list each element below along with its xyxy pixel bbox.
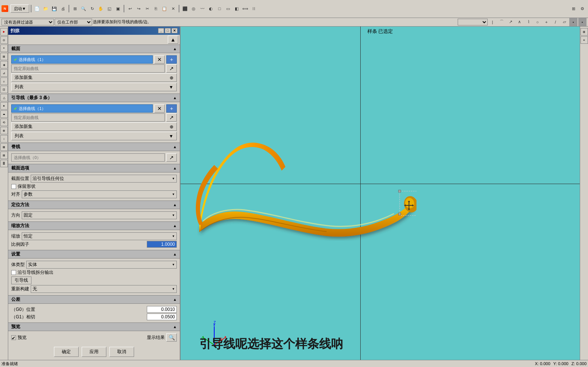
left-tool16[interactable]: ⊞ — [0, 152, 8, 159]
tolerance-section-header[interactable]: 公差 ▲ — [8, 295, 180, 304]
guide-select-btn[interactable]: ✔ 选择曲线（1） — [11, 104, 153, 113]
section-options-header[interactable]: 截面选项 ▲ — [8, 164, 180, 172]
rotate-icon[interactable]: ↻ — [88, 4, 96, 13]
curve-tool6[interactable]: ○ — [533, 18, 542, 26]
left-tool11[interactable]: ⏶ — [0, 110, 8, 118]
blend-icon[interactable]: ◐ — [207, 4, 215, 13]
left-tool3[interactable]: ⌖ — [0, 45, 8, 52]
guide-list-btn[interactable]: 列表 ▼ — [11, 132, 177, 140]
cancel-btn[interactable]: 取消 — [109, 347, 134, 357]
offset-icon[interactable]: ▭ — [224, 4, 232, 13]
scale-dropdown[interactable]: 恒定 ▼ — [22, 232, 177, 240]
curve-tool4[interactable]: ∧ — [515, 18, 524, 26]
mirror-icon[interactable]: ⟺ — [241, 4, 249, 13]
g0-input[interactable] — [147, 306, 177, 313]
left-tool17[interactable]: ≣ — [0, 160, 8, 167]
section-position-dropdown[interactable]: 沿引导线任何位 ▼ — [31, 175, 177, 183]
preview-section-header[interactable]: 预览 ▲ — [8, 322, 180, 331]
left-tool9[interactable]: △ — [0, 94, 8, 101]
settings-icon[interactable]: ⚙ — [578, 4, 587, 13]
curve-tool8[interactable]: / — [551, 18, 560, 26]
viewport[interactable]: 样条 已选定 — [181, 27, 580, 360]
guide-add-btn[interactable]: + — [166, 104, 177, 113]
spine-section-header[interactable]: 脊线 ▲ — [8, 143, 180, 151]
add-new-set-btn[interactable]: 添加新集 ⊕ — [11, 73, 177, 82]
paste-icon[interactable]: 📋 — [160, 4, 169, 13]
select-curve-btn[interactable]: ✔ 选择曲线（1） — [11, 55, 153, 64]
left-tool14[interactable]: ↕ — [0, 135, 8, 143]
grid-icon[interactable]: ⊞ — [569, 4, 578, 13]
left-tool6[interactable]: ⊿ — [0, 69, 8, 77]
cut-icon[interactable]: ✂ — [143, 4, 151, 13]
curve-tool9[interactable]: ▱ — [560, 18, 569, 26]
body-type-dropdown[interactable]: 实体 ▼ — [26, 261, 177, 269]
left-tool2[interactable]: ⊙ — [0, 36, 8, 44]
filter-dropdown[interactable]: 没有选择过滤器 — [1, 19, 54, 25]
extrude-icon[interactable]: ⬛ — [181, 4, 189, 13]
guide-add-set-btn[interactable]: 添加新集 ⊕ — [11, 122, 177, 131]
left-tool7[interactable]: ⏚ — [0, 77, 8, 85]
left-tool10[interactable]: ✦ — [0, 102, 8, 110]
curve-tool3[interactable]: ↗ — [506, 18, 515, 26]
settings-section-header[interactable]: 设置 ▲ — [8, 250, 180, 259]
pattern-icon[interactable]: ⁞⁞ — [250, 4, 258, 13]
ok-btn[interactable]: 确定 — [54, 347, 79, 357]
open-icon[interactable]: 📁 — [42, 4, 50, 13]
guide-clear-btn[interactable]: ✕ — [154, 104, 165, 113]
undo-icon[interactable]: ↩ — [126, 4, 134, 13]
left-tool5[interactable]: ◈ — [0, 61, 8, 68]
right-tool2[interactable]: ≡ — [581, 36, 588, 44]
rebuild-dropdown[interactable]: 无 ▼ — [31, 285, 177, 293]
curve-tool7[interactable]: + — [542, 18, 551, 26]
guide-section-header[interactable]: 引导线（最多 3 条） ▲ — [8, 94, 180, 102]
render-icon[interactable]: ▣ — [114, 4, 122, 13]
spine-action-btn[interactable]: ↗ — [166, 153, 177, 162]
shell-icon[interactable]: □ — [215, 4, 224, 13]
scale-method-header[interactable]: 缩放方法 ▲ — [8, 221, 180, 230]
sweep-icon[interactable]: 〰 — [198, 4, 206, 13]
fit-icon[interactable]: ⊞ — [71, 4, 79, 13]
maximize-btn[interactable]: □ — [165, 28, 171, 33]
viewport-toggle1[interactable]: ▪ — [569, 18, 578, 26]
start-button[interactable]: 启动▼ — [10, 4, 29, 13]
apply-btn[interactable]: 应用 — [82, 347, 106, 357]
redo-icon[interactable]: ↪ — [134, 4, 143, 13]
curve-tool2[interactable]: ⌒ — [497, 18, 506, 26]
print-icon[interactable]: 🖨 — [59, 4, 67, 13]
list-btn[interactable]: 列表 ▼ — [11, 83, 177, 91]
work-dropdown[interactable]: 仅在工作部 — [55, 19, 92, 25]
guide-specify-btn[interactable]: 指定原始曲线 — [11, 113, 165, 122]
right-tool1[interactable]: ⊞ — [581, 28, 588, 36]
curve-tool5[interactable]: ⌇ — [524, 18, 533, 26]
left-tool4[interactable]: ⊞ — [0, 53, 8, 60]
scroll-up-btn[interactable]: ▲ — [168, 36, 178, 44]
section-header-mian[interactable]: 截面 ▲ — [8, 45, 180, 53]
copy-icon[interactable]: ⎘ — [152, 4, 160, 13]
show-result-btn[interactable]: 🔍 — [166, 333, 177, 342]
left-tool15[interactable]: ⊠ — [0, 143, 8, 151]
left-tool12[interactable]: ⟲ — [0, 119, 8, 126]
curve-tool1[interactable]: | — [488, 18, 497, 26]
specify-origin-btn[interactable]: 指定原始曲线 — [11, 64, 165, 73]
align-dropdown[interactable]: 参数 ▼ — [22, 190, 177, 198]
guide-specify-action-btn[interactable]: ↗ — [166, 113, 177, 122]
specify-origin-action-btn[interactable]: ↗ — [166, 64, 177, 73]
left-tool1[interactable]: ▶ — [0, 28, 8, 36]
revolve-icon[interactable]: ◎ — [190, 4, 198, 13]
perspective-icon[interactable]: ◱ — [105, 4, 113, 13]
pan-icon[interactable]: ✋ — [97, 4, 105, 13]
curve-type-dropdown[interactable]: 单条曲线 — [458, 19, 488, 25]
along-guide-checkbox[interactable] — [11, 270, 16, 275]
minimize-btn[interactable]: _ — [158, 28, 164, 33]
left-tool13[interactable]: ⊗ — [0, 127, 8, 134]
close-btn[interactable]: ✕ — [172, 28, 178, 33]
delete-icon[interactable]: ✕ — [169, 4, 177, 13]
preview-checkbox[interactable]: ✔ — [11, 335, 16, 340]
add-curve-btn[interactable]: + — [166, 55, 177, 64]
trim-icon[interactable]: ◧ — [233, 4, 241, 13]
scale-factor-input[interactable]: 1.0000 — [147, 241, 177, 248]
direction-dropdown[interactable]: 固定 ▼ — [22, 211, 177, 219]
g1-input[interactable] — [147, 314, 177, 320]
save-icon[interactable]: 💾 — [50, 4, 58, 13]
spine-select-btn[interactable]: 选择曲线（0） — [11, 153, 165, 162]
